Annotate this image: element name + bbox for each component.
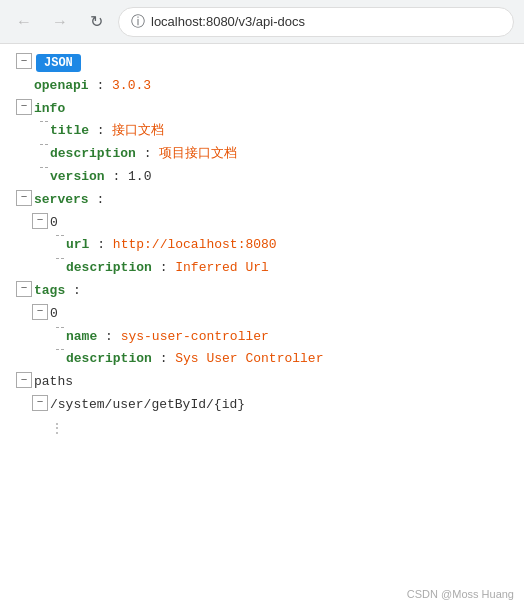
toggle-servers0[interactable]: −: [32, 213, 48, 229]
connector: [40, 144, 48, 145]
watermark: CSDN @Moss Huang: [407, 588, 514, 600]
val-title: 接口文档: [112, 123, 164, 138]
row-content: description : Inferred Url: [64, 258, 269, 279]
key-version: version: [50, 169, 105, 184]
colon: :: [96, 78, 112, 93]
key-name: name: [66, 329, 97, 344]
tree-row: − 0: [0, 212, 524, 235]
connector: [56, 235, 64, 236]
key-description2: description: [66, 260, 152, 275]
reload-button[interactable]: ↻: [82, 8, 110, 36]
row-content: name : sys-user-controller: [64, 327, 269, 348]
tree-row: openapi : 3.0.3: [0, 75, 524, 98]
tree-row: − 0: [0, 303, 524, 326]
key-description1: description: [50, 146, 136, 161]
tree-row: name : sys-user-controller: [0, 326, 524, 349]
key-url: url: [66, 237, 89, 252]
colon: :: [97, 237, 113, 252]
key-paths: paths: [34, 374, 73, 389]
row-content: description : Sys User Controller: [64, 349, 323, 370]
tree-row: description : Inferred Url: [0, 257, 524, 280]
colon: :: [144, 146, 160, 161]
key-description3: description: [66, 351, 152, 366]
toggle-root[interactable]: −: [16, 53, 32, 69]
key-title: title: [50, 123, 89, 138]
connector: [56, 349, 64, 350]
json-badge: JSON: [36, 54, 81, 72]
toggle-tags[interactable]: −: [16, 281, 32, 297]
tree-row: description : 项目接口文档: [0, 143, 524, 166]
tree-row: description : Sys User Controller: [0, 348, 524, 371]
val-url: http://localhost:8080: [113, 237, 277, 252]
row-content: servers :: [32, 190, 104, 211]
tree-row: − info: [0, 98, 524, 121]
forward-button[interactable]: →: [46, 8, 74, 36]
row-content: 0: [48, 213, 58, 234]
row-content: ⋮: [48, 418, 64, 441]
key-servers0: 0: [50, 215, 58, 230]
security-icon: ⓘ: [131, 13, 145, 31]
key-tags0: 0: [50, 306, 58, 321]
toggle-servers[interactable]: −: [16, 190, 32, 206]
key-openapi: openapi: [34, 78, 89, 93]
key-tags: tags: [34, 283, 65, 298]
toggle-pathitem[interactable]: −: [32, 395, 48, 411]
tree-row: url : http://localhost:8080: [0, 234, 524, 257]
val-description1: 项目接口文档: [159, 146, 237, 161]
val-description2: Inferred Url: [175, 260, 269, 275]
colon: :: [73, 283, 81, 298]
continuation: ⋮: [50, 421, 64, 437]
row-content: paths: [32, 372, 73, 393]
address-bar[interactable]: ⓘ localhost:8080/v3/api-docs: [118, 7, 514, 37]
toggle-info[interactable]: −: [16, 99, 32, 115]
tree-row: version : 1.0: [0, 166, 524, 189]
tree-row: title : 接口文档: [0, 120, 524, 143]
key-servers: servers: [34, 192, 89, 207]
key-info: info: [34, 101, 65, 116]
connector: [56, 327, 64, 328]
tree-row: − servers :: [0, 189, 524, 212]
colon: :: [96, 192, 104, 207]
tree-row: − paths: [0, 371, 524, 394]
connector: [40, 121, 48, 122]
root-badge-container: JSON: [32, 53, 81, 74]
row-content: 0: [48, 304, 58, 325]
colon: :: [160, 260, 176, 275]
tree-row: − tags :: [0, 280, 524, 303]
connector: [40, 167, 48, 168]
colon: :: [97, 123, 113, 138]
colon: :: [160, 351, 176, 366]
row-content: version : 1.0: [48, 167, 151, 188]
key-pathitem: /system/user/getById/{id}: [50, 397, 245, 412]
val-openapi: 3.0.3: [112, 78, 151, 93]
colon: :: [105, 329, 121, 344]
val-version: 1.0: [128, 169, 151, 184]
toggle-paths[interactable]: −: [16, 372, 32, 388]
row-content: description : 项目接口文档: [48, 144, 237, 165]
tree-row: − JSON: [0, 52, 524, 75]
toggle-tags0[interactable]: −: [32, 304, 48, 320]
row-content: openapi : 3.0.3: [32, 76, 151, 97]
row-content: url : http://localhost:8080: [64, 235, 277, 256]
row-content: title : 接口文档: [48, 121, 164, 142]
row-content: tags :: [32, 281, 81, 302]
tree-row: − /system/user/getById/{id}: [0, 394, 524, 417]
url-text: localhost:8080/v3/api-docs: [151, 14, 305, 29]
row-content: info: [32, 99, 65, 120]
connector: [56, 258, 64, 259]
row-content: /system/user/getById/{id}: [48, 395, 245, 416]
colon: :: [112, 169, 128, 184]
browser-toolbar: ← → ↻ ⓘ localhost:8080/v3/api-docs: [0, 0, 524, 44]
tree-row: ⋮: [0, 417, 524, 442]
json-viewer: − JSON openapi : 3.0.3 − info title : 接口…: [0, 44, 524, 610]
val-description3: Sys User Controller: [175, 351, 323, 366]
back-button[interactable]: ←: [10, 8, 38, 36]
val-name: sys-user-controller: [121, 329, 269, 344]
